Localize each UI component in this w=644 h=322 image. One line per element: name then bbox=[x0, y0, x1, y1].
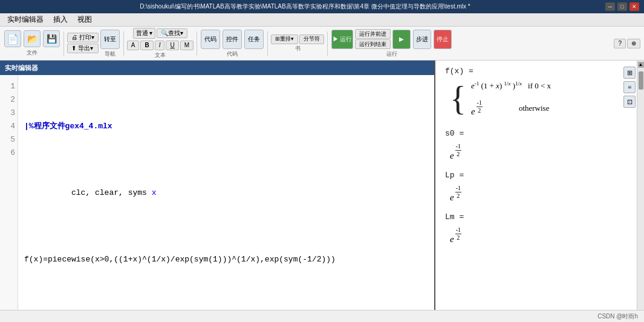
line-num-5: 5 bbox=[2, 133, 15, 146]
restore-button[interactable]: □ bbox=[617, 2, 627, 11]
icon-btn-1[interactable]: ⊞ bbox=[623, 67, 636, 79]
s0-output: s0 = e -1 2 bbox=[445, 129, 634, 161]
underline-button[interactable]: U bbox=[166, 41, 178, 50]
window-controls: ─ □ ✕ bbox=[605, 2, 639, 11]
scrollbar[interactable]: ▲ bbox=[637, 61, 644, 310]
file-label: 文件 bbox=[27, 49, 37, 57]
status-bar: CSDN @时雨h bbox=[0, 310, 644, 322]
run-group: ▶ 运行 运行并前进 运行到结束 ▶ 步进 停止 运行 bbox=[331, 29, 452, 58]
find-button[interactable]: 🔍查找▾ bbox=[157, 28, 187, 38]
file-group: 📄 📂 💾 文件 bbox=[4, 30, 60, 57]
code-label: 代码 bbox=[227, 50, 238, 58]
lp-output: Lp = e -1 2 bbox=[445, 171, 634, 203]
menu-item-editor[interactable]: 实时编辑器 bbox=[2, 13, 48, 26]
run-button[interactable]: ▶ 运行 bbox=[331, 30, 353, 49]
code-area[interactable]: |%程序文件gex4_4.mlx clc, clear, syms x f(x)… bbox=[18, 75, 434, 310]
text-label: 文本 bbox=[155, 51, 166, 59]
text-group: 普通 ▾ 🔍查找▾ A B I U M 文本 bbox=[127, 28, 194, 59]
section-break-button[interactable]: 分节符 bbox=[299, 34, 324, 44]
book-group: ⊞重排▾ 分节符 书 bbox=[271, 34, 324, 53]
lp-value: e -1 2 bbox=[450, 185, 461, 203]
close-button[interactable]: ✕ bbox=[629, 2, 639, 11]
code-line-4: s0=f(0) %求函数的值 bbox=[24, 306, 428, 310]
fx-label: f(x) = bbox=[445, 67, 634, 76]
fx-piecewise: { e-1 (1 + x) 1/x )1/x if 0 < x bbox=[450, 78, 634, 119]
code-button[interactable]: 代码 bbox=[201, 30, 220, 49]
menu-item-insert[interactable]: 插入 bbox=[48, 13, 73, 26]
step-button[interactable]: 步进 bbox=[413, 30, 431, 49]
export-button[interactable]: ⬆ 导出▾ bbox=[67, 44, 99, 53]
control-button[interactable]: 控件 bbox=[223, 30, 242, 49]
scroll-up[interactable]: ▲ bbox=[638, 62, 644, 68]
case2-condition: otherwise bbox=[519, 104, 550, 113]
toolbar: 📄 📂 💾 文件 🖨 打印▾ ⬆ 导出▾ 转至 导航 普通 ▾ 🔍查找▾ bbox=[0, 27, 644, 61]
italic-button[interactable]: I bbox=[155, 41, 165, 50]
lm-label: Lm = bbox=[445, 212, 634, 222]
save-button[interactable]: 💾 bbox=[43, 30, 60, 47]
editor-panel: 实时编辑器 1 2 3 4 5 6 |%程序文件gex4_4.mlx bbox=[0, 61, 435, 310]
stop-button[interactable]: 停止 bbox=[434, 30, 452, 49]
line-num-2: 2 bbox=[2, 93, 15, 107]
run2-button[interactable]: ▶ bbox=[392, 30, 411, 49]
line-num-3: 3 bbox=[2, 107, 15, 120]
reflow-button[interactable]: ⊞重排▾ bbox=[271, 34, 298, 44]
menu-item-view[interactable]: 视图 bbox=[73, 13, 97, 26]
goto-label: 导航 bbox=[105, 50, 115, 58]
editor-title: 实时编辑器 bbox=[5, 64, 38, 73]
nav-group: 🖨 打印▾ ⬆ 导出▾ bbox=[67, 33, 99, 54]
code-group: 代码 控件 任务 代码 bbox=[200, 29, 264, 58]
divider-2 bbox=[123, 31, 124, 56]
divider-3 bbox=[197, 31, 197, 56]
code-line-1: |%程序文件gex4_4.mlx bbox=[24, 120, 428, 133]
help-group: ? ⊕ bbox=[614, 39, 640, 48]
new-button[interactable]: 📄 bbox=[4, 30, 21, 47]
print-button[interactable]: 🖨 打印▾ bbox=[67, 33, 99, 42]
run-to-end-button[interactable]: 运行到结束 bbox=[355, 39, 391, 49]
fx-output: f(x) = { e-1 (1 + x) 1/x )1/x if 0 < x bbox=[445, 67, 634, 119]
open-button[interactable]: 📂 bbox=[24, 30, 41, 47]
bold-button[interactable]: B bbox=[140, 41, 153, 50]
run-advance-button[interactable]: 运行并前进 bbox=[355, 29, 391, 39]
lm-output: Lm = e -1 2 bbox=[445, 212, 634, 245]
lm-value: e -1 2 bbox=[450, 226, 461, 245]
code-line-3: f(x)=piecewise(x>0,((1+x)^(1/x)/exp(sym(… bbox=[24, 253, 428, 266]
community-button[interactable]: ⊕ bbox=[627, 39, 640, 48]
run-label: 运行 bbox=[386, 50, 397, 58]
title-text: D:\sishoukui\编写的书\MATLAB高等教学实验\MATLAB高等数… bbox=[5, 2, 605, 11]
text-A-button[interactable]: A bbox=[127, 41, 140, 50]
lp-label: Lp = bbox=[445, 171, 634, 180]
scroll-thumb[interactable] bbox=[639, 71, 643, 90]
s0-value: e -1 2 bbox=[450, 143, 461, 161]
line-num-4: 4 bbox=[2, 120, 15, 133]
style-dropdown[interactable]: 普通 ▾ bbox=[133, 28, 156, 39]
case1-condition: if 0 < x bbox=[528, 81, 551, 91]
minimize-button[interactable]: ─ bbox=[605, 2, 615, 11]
divider-4 bbox=[267, 31, 268, 56]
help-button[interactable]: ? bbox=[614, 39, 626, 48]
line-num-1: 1 bbox=[2, 80, 15, 93]
book-label: 书 bbox=[295, 45, 301, 53]
output-sidebar-icons: ⊞ ≡ ⊡ bbox=[623, 67, 636, 108]
main-content: 实时编辑器 1 2 3 4 5 6 |%程序文件gex4_4.mlx bbox=[0, 61, 644, 310]
output-panel: ▲ ⊞ ≡ ⊡ f(x) = { e-1 (1 + x) bbox=[435, 61, 644, 310]
editor-body: 1 2 3 4 5 6 |%程序文件gex4_4.mlx clc, clear,… bbox=[0, 75, 434, 310]
case2-expr: e -1 2 bbox=[471, 99, 483, 117]
divider-1 bbox=[63, 31, 64, 56]
menu-bar: 实时编辑器 插入 视图 bbox=[0, 13, 644, 27]
cases-block: e-1 (1 + x) 1/x )1/x if 0 < x e -1 bbox=[471, 80, 551, 117]
task-button[interactable]: 任务 bbox=[244, 30, 264, 49]
math-button[interactable]: M bbox=[180, 41, 194, 50]
s0-label: s0 = bbox=[445, 129, 634, 138]
code-line-2: clc, clear, syms x bbox=[24, 173, 428, 213]
icon-btn-2[interactable]: ≡ bbox=[623, 81, 636, 93]
icon-btn-3[interactable]: ⊡ bbox=[623, 96, 636, 108]
goto-group: 转至 导航 bbox=[100, 29, 120, 58]
goto-button[interactable]: 转至 bbox=[100, 30, 120, 49]
case-1: e-1 (1 + x) 1/x )1/x if 0 < x bbox=[471, 80, 551, 91]
line-numbers: 1 2 3 4 5 6 bbox=[0, 75, 18, 310]
case1-expr: e-1 (1 + x) 1/x )1/x bbox=[471, 80, 522, 91]
line-num-6: 6 bbox=[2, 146, 15, 160]
title-bar: D:\sishoukui\编写的书\MATLAB高等教学实验\MATLAB高等数… bbox=[0, 0, 644, 13]
case-2: e -1 2 otherwise bbox=[471, 99, 551, 117]
editor-header: 实时编辑器 bbox=[0, 61, 434, 75]
